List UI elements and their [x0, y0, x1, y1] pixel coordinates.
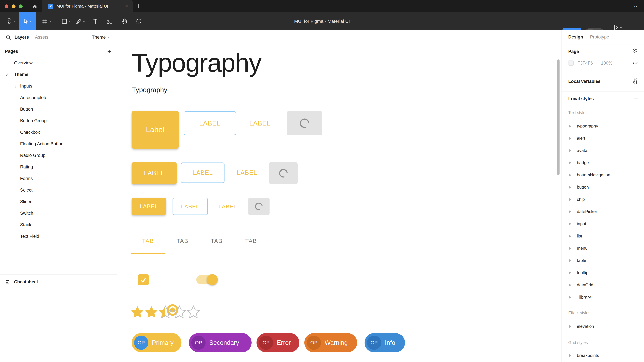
text-button-large[interactable]: LABEL [245, 111, 275, 135]
add-page-button[interactable]: + [107, 48, 111, 56]
comment-tool[interactable] [132, 12, 146, 30]
overflow-menu-icon[interactable]: ⋯ [634, 3, 640, 9]
chip-info[interactable]: OP Info [364, 333, 405, 352]
tab-layers[interactable]: Layers [14, 35, 29, 40]
canvas-scrollbar[interactable] [557, 59, 560, 175]
page-styles-icon[interactable] [632, 48, 638, 54]
sidebar-item-text-field[interactable]: Text Field [0, 231, 117, 242]
traffic-close-button[interactable] [4, 5, 8, 8]
tab-close-icon[interactable]: ✕ [125, 4, 128, 9]
star-icon-empty[interactable] [186, 305, 200, 319]
style-row-typography[interactable]: typography [562, 121, 644, 131]
hand-tool[interactable] [118, 12, 131, 30]
sidebar-item-fab[interactable]: Floating Action Button [0, 138, 117, 150]
checkbox[interactable] [138, 274, 149, 285]
style-row-bottom-navigation[interactable]: bottomNavigation [562, 170, 644, 180]
disclosure-triangle-icon[interactable] [569, 125, 571, 127]
search-icon[interactable] [6, 35, 11, 41]
contained-button-large[interactable]: Label [132, 111, 179, 149]
disclosure-triangle-icon[interactable] [569, 161, 571, 164]
main-menu-button[interactable] [4, 12, 18, 30]
disclosure-triangle-icon[interactable] [569, 210, 571, 213]
tab-item-3[interactable]: TAB [207, 236, 226, 246]
disclosure-triangle-icon[interactable] [569, 137, 571, 140]
sidebar-item-switch[interactable]: Switch [0, 208, 117, 219]
style-row-input[interactable]: input [562, 219, 644, 229]
star-icon-empty[interactable] [172, 305, 186, 319]
sidebar-item-autocomplete[interactable]: Autocomplete [0, 92, 117, 104]
sidebar-item-radio-group[interactable]: Radio Group [0, 150, 117, 161]
style-row-menu[interactable]: menu [562, 243, 644, 253]
eye-closed-icon[interactable] [632, 61, 638, 66]
contained-button-small[interactable]: LABEL [132, 198, 166, 215]
disclosure-triangle-icon[interactable] [569, 247, 571, 250]
sidebar-item-rating[interactable]: Rating [0, 161, 117, 173]
sidebar-item-select[interactable]: Select [0, 185, 117, 196]
disclosure-triangle-icon[interactable] [569, 284, 571, 286]
style-row-table[interactable]: table [562, 256, 644, 266]
loading-button-large[interactable] [287, 111, 322, 135]
sidebar-item-button-group[interactable]: Button Group [0, 115, 117, 127]
outlined-button-large[interactable]: LABEL [184, 111, 236, 135]
file-tab[interactable]: MUI for Figma - Material UI ✕ [42, 0, 133, 12]
sidebar-item-stack[interactable]: Stack [0, 219, 117, 231]
new-tab-button[interactable]: + [136, 2, 140, 10]
chip-secondary[interactable]: OP Secondary [189, 333, 252, 352]
tab-item-2[interactable]: TAB [172, 236, 192, 246]
loading-button-medium[interactable] [269, 162, 298, 184]
home-button[interactable] [31, 3, 38, 10]
style-row-chip[interactable]: chip [562, 195, 644, 205]
outlined-button-medium[interactable]: LABEL [181, 162, 224, 183]
tab-item-4[interactable]: TAB [241, 236, 261, 246]
sidebar-item-slider[interactable]: Slider [0, 196, 117, 208]
contained-button-medium[interactable]: LABEL [132, 162, 177, 184]
style-row-alert[interactable]: alert [562, 133, 644, 143]
page-fill-hex[interactable]: F3F4F6 [577, 61, 593, 66]
page-dropdown[interactable]: Theme [92, 35, 111, 40]
disclosure-triangle-icon[interactable] [569, 149, 571, 152]
chip-warning[interactable]: OP Warning [304, 333, 357, 352]
disclosure-triangle-icon[interactable] [569, 354, 571, 357]
style-row-date-picker[interactable]: datePicker [562, 207, 644, 217]
sidebar-item-button[interactable]: Button [0, 104, 117, 115]
outlined-button-small[interactable]: LABEL [172, 198, 208, 215]
disclosure-triangle-icon[interactable] [569, 325, 571, 328]
traffic-minimize-button[interactable] [12, 5, 16, 8]
sidebar-item-forms[interactable]: Forms [0, 173, 117, 185]
page-fill-opacity[interactable]: 100% [601, 61, 612, 66]
traffic-zoom-button[interactable] [19, 5, 22, 8]
loading-button-small[interactable] [248, 198, 270, 215]
disclosure-triangle-icon[interactable] [569, 235, 571, 238]
star-icon-half[interactable] [158, 305, 172, 319]
style-row-library[interactable]: _library [562, 292, 644, 302]
text-button-small[interactable]: LABEL [216, 198, 239, 215]
style-row-list[interactable]: list [562, 231, 644, 241]
pen-tool[interactable] [72, 12, 89, 30]
sidebar-group-inputs[interactable]: ↓ Inputs [0, 81, 117, 92]
disclosure-triangle-icon[interactable] [569, 186, 571, 189]
switch-thumb[interactable] [207, 274, 218, 285]
shape-tool[interactable] [58, 12, 74, 30]
style-row-data-grid[interactable]: dataGrid [562, 280, 644, 290]
style-row-breakpoints[interactable]: breakpoints [562, 350, 644, 360]
style-row-tooltip[interactable]: tooltip [562, 268, 644, 278]
style-row-button[interactable]: button [562, 182, 644, 192]
chip-primary[interactable]: OP Primary [132, 333, 182, 352]
tab-assets[interactable]: Assets [35, 35, 48, 40]
sidebar-page-overview[interactable]: Overview [0, 58, 117, 69]
rating-stars[interactable] [130, 305, 200, 319]
frame-tool[interactable] [38, 12, 55, 30]
disclosure-triangle-icon[interactable] [569, 198, 571, 201]
disclosure-triangle-icon[interactable] [569, 259, 571, 262]
cheatsheet-item[interactable]: Cheatsheet [0, 277, 117, 288]
variables-icon[interactable] [632, 78, 638, 84]
move-tool[interactable] [19, 12, 36, 30]
text-tool[interactable]: T [89, 12, 102, 30]
star-icon-full[interactable] [144, 305, 158, 319]
tab-prototype[interactable]: Prototype [590, 35, 609, 40]
text-button-medium[interactable]: LABEL [232, 162, 261, 183]
sidebar-item-checkbox[interactable]: Checkbox [0, 127, 117, 138]
chip-error[interactable]: OP Error [256, 333, 300, 352]
disclosure-triangle-icon[interactable] [569, 296, 571, 299]
disclosure-triangle-icon[interactable] [569, 271, 571, 274]
